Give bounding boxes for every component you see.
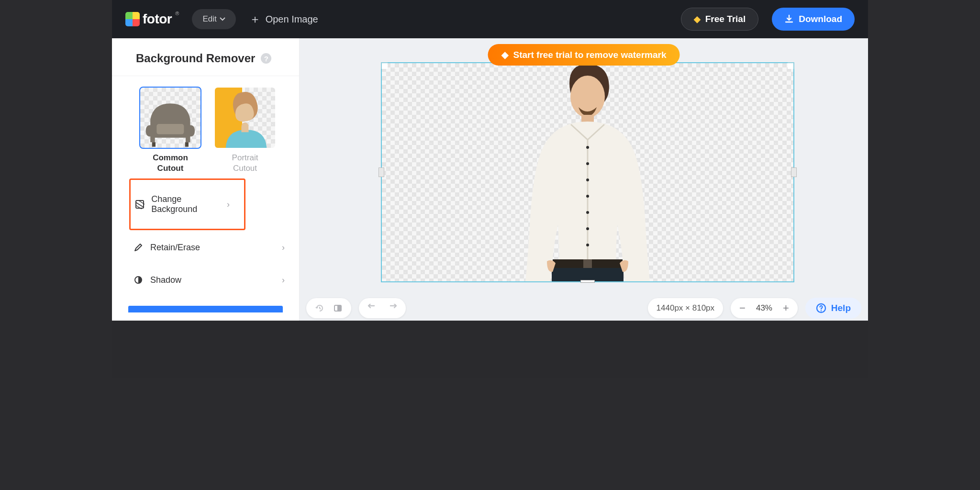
option-retain-erase[interactable]: Retain/Erase › [112,231,299,264]
app-frame: fotor ® Edit ＋ Open Image ◆ Free Trial D… [112,0,868,378]
diamond-icon: ◆ [501,49,509,60]
banner-text: Start free trial to remove watermark [513,50,667,60]
brand-text: fotor [143,11,172,27]
svg-point-8 [586,162,589,165]
history-pill [306,298,351,318]
svg-point-7 [586,146,589,149]
svg-rect-16 [552,268,624,281]
subject-person [513,61,662,281]
svg-point-13 [586,244,589,246]
svg-point-5 [570,76,605,118]
crop-handle-tr[interactable] [788,62,794,69]
canvas-bottom-bar: 1440px × 810px − 43% + Help [300,296,868,321]
thumb-common-cutout[interactable]: CommonCutout [140,88,201,174]
svg-point-20 [821,310,822,311]
option-change-background[interactable]: Change Background › [129,178,245,230]
option-label: Shadow [150,275,181,285]
option-label: Change Background [151,194,227,214]
sidebar: Background Remover ? CommonCutout [112,38,300,321]
option-label: Retain/Erase [150,243,200,253]
sidebar-options: Change Background › Retain/Erase › Shado… [112,174,299,296]
svg-point-11 [586,211,589,214]
undo-icon[interactable] [368,304,378,312]
zoom-percent: 43% [756,303,772,313]
help-circle-icon [816,303,826,313]
svg-point-12 [586,227,589,230]
help-label: Help [831,303,851,313]
sidebar-title: Background Remover [136,52,255,65]
free-trial-label: Free Trial [705,14,746,24]
svg-point-10 [586,195,589,198]
undo-redo-pill [359,298,406,318]
download-icon [784,14,794,24]
app-header: fotor ® Edit ＋ Open Image ◆ Free Trial D… [112,0,868,38]
brand-logo[interactable]: fotor ® [125,11,178,27]
pencil-icon [133,243,144,252]
page-footer-band [112,321,868,378]
svg-rect-2 [185,142,189,147]
compare-icon[interactable] [333,303,343,313]
chevron-down-icon [220,17,225,21]
open-image-button[interactable]: ＋ Open Image [249,13,318,25]
download-button[interactable]: Download [772,8,855,31]
diamond-icon: ◆ [694,14,701,24]
crop-handle-bottom[interactable] [580,280,595,283]
background-icon [134,200,145,209]
chevron-right-icon: › [282,243,285,253]
watermark-banner[interactable]: ◆ Start free trial to remove watermark [488,44,680,66]
download-label: Download [799,14,842,24]
app-body: Background Remover ? CommonCutout [112,38,868,321]
crop-handle-left[interactable] [379,167,384,177]
svg-rect-15 [583,259,592,268]
svg-rect-18 [338,306,341,311]
apply-button-partial[interactable] [128,306,283,312]
zoom-in-button[interactable]: + [783,302,789,314]
free-trial-button[interactable]: ◆ Free Trial [681,8,759,31]
canvas-area: ◆ Start free trial to remove watermark [300,38,868,321]
sidebar-title-row: Background Remover ? [112,38,299,76]
help-button[interactable]: Help [805,298,861,319]
plus-icon: ＋ [249,13,261,25]
history-icon[interactable] [315,303,324,313]
redo-icon[interactable] [387,304,397,312]
chevron-right-icon: › [227,200,230,210]
edit-label: Edit [202,14,216,24]
svg-rect-1 [152,142,156,147]
registered-icon: ® [175,11,179,16]
svg-rect-3 [136,200,144,208]
armchair-icon [140,88,200,148]
help-icon[interactable]: ? [261,53,271,64]
chevron-right-icon: › [282,275,285,285]
svg-rect-0 [156,124,184,134]
portrait-icon [215,88,275,148]
thumb-label: CommonCutout [153,153,188,174]
dimensions-pill: 1440px × 810px [648,298,723,318]
zoom-pill: − 43% + [731,298,798,318]
edit-dropdown[interactable]: Edit [192,9,235,29]
shadow-icon [133,275,144,285]
canvas-dimensions: 1440px × 810px [657,303,714,313]
crop-handle-tl[interactable] [381,62,388,69]
thumb-common-image [140,88,200,148]
crop-handle-right[interactable] [791,167,797,177]
zoom-out-button[interactable]: − [739,302,746,314]
thumb-portrait-image [215,88,275,148]
cutout-mode-thumbs: CommonCutout [112,76,299,174]
svg-point-9 [586,178,589,181]
image-stage[interactable] [381,62,794,282]
option-shadow[interactable]: Shadow › [112,264,299,296]
thumb-portrait-cutout[interactable]: PortraitCutout [214,88,276,174]
open-image-label: Open Image [266,14,318,25]
thumb-label: PortraitCutout [232,153,258,174]
logo-mark-icon [125,12,140,26]
